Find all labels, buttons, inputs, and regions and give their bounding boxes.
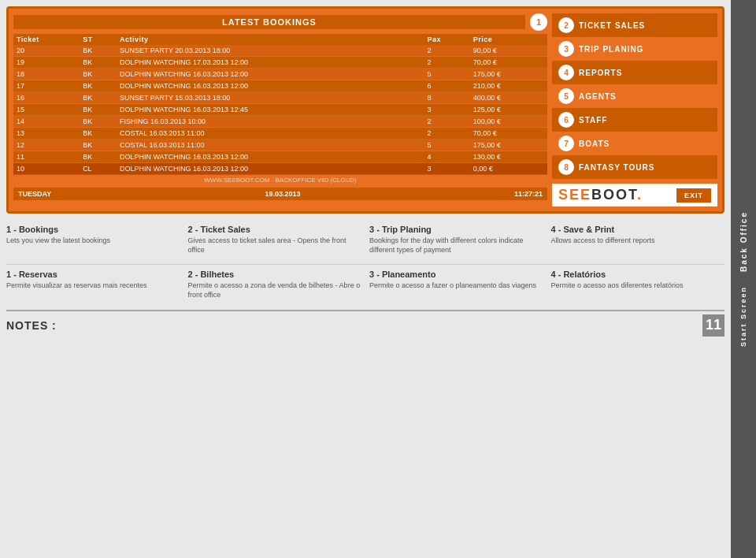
desc-text-1: Lets you view the latest bookings (6, 236, 180, 246)
desc-col-1: 1 - Bookings Lets you view the latest bo… (6, 225, 180, 255)
menu-label-6: STAFF (579, 116, 607, 125)
table-row: 13 BK COSTAL 16.03.2013 11:00 2 70,00 € (13, 128, 547, 140)
cell-st: BK (80, 140, 117, 151)
cell-pax: 5 (424, 140, 469, 151)
menu-badge-7: 7 (558, 136, 574, 151)
menu-item-2[interactable]: 2 TICKET SALES (552, 13, 717, 37)
col-price: Price (470, 34, 547, 45)
cell-activity: SUNSET PARTY 20.03.2013 18:00 (117, 45, 424, 57)
pt-title-4: 4 - Relatórios (551, 270, 725, 279)
cell-ticket: 19 (13, 57, 80, 69)
cell-st: BK (80, 104, 117, 116)
table-row: 16 BK SUNSET PARTY 15.03.2013 18:00 8 40… (13, 92, 547, 104)
pt-col-1: 1 - Reservas Permite visualizar as reser… (6, 270, 180, 299)
cell-activity: DOLPHIN WATCHING 16.03.2013 12:00 (117, 80, 424, 92)
menu-badge-2: 2 (558, 17, 574, 33)
cell-ticket: 13 (13, 128, 80, 140)
cell-activity: DOLPHIN WATCHING 16.03.2013 12:00 (117, 69, 424, 80)
bookings-table: Ticket ST Activity Pax Price 20 BK SUNSE… (13, 34, 547, 175)
menu-badge-6: 6 (558, 112, 574, 128)
cell-ticket: 20 (13, 45, 80, 57)
menu-item-4[interactable]: 4 REPORTS (552, 61, 717, 84)
cell-ticket: 17 (13, 80, 80, 92)
cell-st: BK (80, 57, 117, 69)
cell-st: BK (80, 128, 117, 140)
exit-button[interactable]: EXIT (676, 188, 711, 203)
cell-st: BK (80, 151, 117, 163)
table-row: 11 BK DOLPHIN WATCHING 16.03.2013 12:00 … (13, 151, 547, 163)
cell-price: 100,00 € (470, 116, 547, 128)
cell-price: 70,00 € (470, 57, 547, 69)
cell-activity: COSTAL 16.03.2013 11:00 (117, 140, 424, 151)
cell-st: BK (80, 45, 117, 57)
cell-price: 90,00 € (470, 45, 547, 57)
pt-text-3: Permite o acesso a fazer o planeamento d… (369, 281, 543, 291)
pt-col-4: 4 - Relatórios Permite o acesso aos dife… (551, 270, 725, 299)
menu-badge-3: 3 (558, 41, 574, 57)
table-row: 19 BK DOLPHIN WATCHING 17.03.2013 12:00 … (13, 57, 547, 69)
cell-ticket: 18 (13, 69, 80, 80)
cell-price: 175,00 € (470, 140, 547, 151)
cell-pax: 5 (424, 69, 469, 80)
desc-title-3: 3 - Trip Planing (369, 225, 543, 234)
pt-col-2: 2 - Bilhetes Permite o acesso a zona de … (188, 270, 362, 299)
cell-activity: SUNSET PARTY 15.03.2013 18:00 (117, 92, 424, 104)
table-row: 14 BK FISHING 16.03.2013 10:00 2 100,00 … (13, 116, 547, 128)
table-row: 17 BK DOLPHIN WATCHING 16.03.2013 12:00 … (13, 80, 547, 92)
pt-col-3: 3 - Planeamento Permite o acesso a fazer… (369, 270, 543, 299)
cell-pax: 2 (424, 57, 469, 69)
cell-price: 130,00 € (470, 151, 547, 163)
cell-st: BK (80, 92, 117, 104)
menu-label-8: FANTASY TOURS (579, 163, 654, 172)
menu-label-7: BOATS (579, 140, 610, 148)
col-ticket: Ticket (13, 34, 80, 45)
table-row: 20 BK SUNSET PARTY 20.03.2013 18:00 2 90… (13, 45, 547, 57)
status-time: 11:27:21 (514, 190, 543, 198)
cell-pax: 2 (424, 116, 469, 128)
website-url: WWW.SEEBOOT.COM - BACKOFFICE V80 (CLOUD) (13, 175, 547, 185)
cell-activity: DOLPHIN WATCHING 16.03.2013 12:00 (117, 163, 424, 175)
cell-st: CL (80, 163, 117, 175)
cell-activity: DOLPHIN WATCHING 16.03.2013 12:45 (117, 104, 424, 116)
pt-title-3: 3 - Planeamento (369, 270, 543, 279)
desc-col-4: 4 - Save & Print Allows access to differ… (551, 225, 725, 255)
col-st: ST (80, 34, 117, 45)
cell-ticket: 12 (13, 140, 80, 151)
cell-price: 175,00 € (470, 69, 547, 80)
bookings-title: LATEST BOOKINGS (13, 15, 525, 29)
table-row: 10 CL DOLPHIN WATCHING 16.03.2013 12:00 … (13, 163, 547, 175)
menu-item-8[interactable]: 8 FANTASY TOURS (552, 155, 717, 179)
cell-price: 400,00 € (470, 92, 547, 104)
menu-label-2: TICKET SALES (579, 21, 645, 30)
cell-ticket: 16 (13, 92, 80, 104)
page-number: 11 (702, 314, 724, 337)
cell-activity: FISHING 16.03.2013 10:00 (117, 116, 424, 128)
desc-text-4: Allows access to different reports (551, 236, 725, 246)
notes-label: NOTES : (6, 319, 57, 332)
menu-badge-8: 8 (558, 159, 574, 175)
cell-st: BK (80, 116, 117, 128)
desc-text-3: Bookings for the day with different colo… (369, 236, 543, 255)
menu-item-5[interactable]: 5 AGENTS (552, 84, 717, 108)
menu-item-7[interactable]: 7 BOATS (552, 132, 717, 155)
desc-title-1: 1 - Bookings (6, 225, 180, 234)
pt-text-1: Permite visualizar as reservas mais rece… (6, 281, 180, 291)
menu-item-6[interactable]: 6 STAFF (552, 108, 717, 132)
desc-title-2: 2 - Ticket Sales (188, 225, 362, 234)
col-pax: Pax (424, 34, 469, 45)
cell-st: BK (80, 69, 117, 80)
table-row: 18 BK DOLPHIN WATCHING 16.03.2013 12:00 … (13, 69, 547, 80)
cell-pax: 4 (424, 151, 469, 163)
start-screen-label: Start Screen (739, 286, 747, 347)
back-office-label: Back Office (739, 211, 748, 272)
cell-ticket: 14 (13, 116, 80, 128)
right-sidebar: Back Office Start Screen (731, 0, 756, 558)
cell-ticket: 10 (13, 163, 80, 175)
cell-pax: 2 (424, 45, 469, 57)
pt-text-4: Permite o acesso aos diferentes relatóri… (551, 281, 725, 291)
pt-text-2: Permite o acesso a zona de venda de bilh… (188, 281, 362, 299)
cell-pax: 3 (424, 104, 469, 116)
cell-ticket: 11 (13, 151, 80, 163)
menu-item-3[interactable]: 3 TRIP PLANING (552, 37, 717, 61)
cell-price: 0,00 € (470, 163, 547, 175)
